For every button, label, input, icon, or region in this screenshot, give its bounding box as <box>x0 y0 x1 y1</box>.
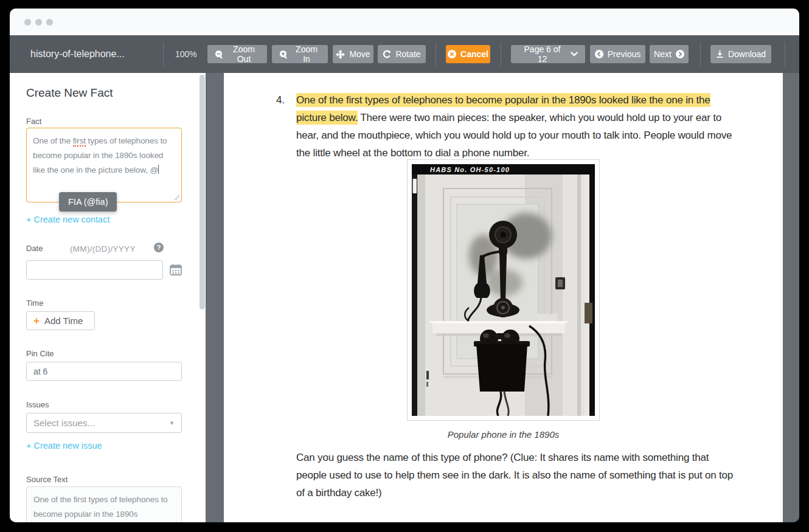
viewer-toolbar: history-of-telephone... 100% Zoom Out Zo… <box>10 35 799 73</box>
select-arrow-icon: ▼ <box>169 420 175 426</box>
photo-caption: Popular phone in the 1890s <box>224 429 783 440</box>
window-control-dot[interactable] <box>46 19 53 26</box>
photo-annotation: HABS No. OH-50-100 <box>430 166 510 173</box>
issues-select[interactable]: Select issues... ▼ <box>26 413 182 433</box>
time-label: Time <box>26 299 43 308</box>
text-cursor <box>158 165 159 174</box>
circle-arrow-left-icon <box>595 50 603 58</box>
create-new-issue-link[interactable]: + Create new issue <box>26 441 102 451</box>
zoom-level: 100% <box>175 49 197 59</box>
date-format-hint: (MM)/(DD)/YYYY <box>70 244 136 254</box>
source-text-area[interactable]: One of the first types of telephones to … <box>26 486 182 522</box>
window-control-dot[interactable] <box>24 19 31 26</box>
cancel-button[interactable]: Cancel <box>446 45 490 63</box>
window-controls <box>24 19 53 26</box>
closing-paragraph: Can you guess the name of this type of p… <box>296 449 741 502</box>
app-window: history-of-telephone... 100% Zoom Out Zo… <box>10 9 799 522</box>
calendar-icon[interactable] <box>170 264 182 278</box>
circle-arrow-right-icon <box>676 50 684 58</box>
pin-cite-label: Pin Cite <box>26 349 54 358</box>
issues-placeholder: Select issues... <box>33 418 95 428</box>
add-time-button[interactable]: + Add Time <box>26 311 95 330</box>
page-selector-dropdown[interactable]: Page 6 of 12 <box>511 45 585 63</box>
telephone-photo: HABS No. OH-50-100 <box>407 159 600 421</box>
document-title: history-of-telephone... <box>30 49 125 60</box>
help-icon[interactable]: ? <box>154 243 164 252</box>
toolbar-divider <box>436 42 436 66</box>
issues-label: Issues <box>26 400 49 409</box>
toolbar-divider <box>163 42 164 66</box>
fact-label: Fact <box>26 117 41 126</box>
panel-title: Create New Fact <box>26 86 113 100</box>
zoom-out-button[interactable]: Zoom Out <box>207 45 267 63</box>
previous-page-button[interactable]: Previous <box>590 45 645 63</box>
create-new-contact-link[interactable]: + Create new contact <box>26 215 109 224</box>
toolbar-divider <box>785 42 785 66</box>
document-viewer: 4. One of the first types of telephones … <box>206 73 799 522</box>
rotate-button[interactable]: Rotate <box>378 45 426 63</box>
zoom-in-button[interactable]: Zoom In <box>272 45 328 63</box>
move-button[interactable]: Move <box>333 45 373 63</box>
window-control-dot[interactable] <box>35 19 42 26</box>
plus-icon: + <box>33 315 40 327</box>
toolbar-divider <box>501 42 501 66</box>
window-titlebar <box>10 9 799 35</box>
move-arrows-icon <box>336 50 345 59</box>
magnifier-minus-icon <box>215 50 224 59</box>
candlestick-phone-photo-illustration: HABS No. OH-50-100 <box>412 164 595 416</box>
document-page: 4. One of the first types of telephones … <box>224 73 783 522</box>
chevron-down-icon <box>571 52 578 57</box>
date-input[interactable] <box>26 260 163 280</box>
date-label: Date <box>26 244 43 253</box>
sidebar-scrollbar-thumb[interactable] <box>200 75 205 309</box>
source-text-label: Source Text <box>26 475 68 484</box>
circle-x-icon <box>448 50 456 58</box>
paragraph-text: There were two main pieces: the speaker,… <box>296 112 732 159</box>
misspelled-word: first <box>73 136 86 147</box>
magnifier-plus-icon <box>279 50 288 59</box>
pin-cite-input[interactable] <box>26 362 182 381</box>
download-icon <box>716 50 724 58</box>
next-page-button[interactable]: Next <box>650 45 689 63</box>
numbered-paragraph: 4. One of the first types of telephones … <box>296 91 739 162</box>
fact-textarea[interactable]: One of the first types of telephones to … <box>26 128 182 202</box>
create-fact-panel: Create New Fact Fact One of the first ty… <box>10 73 206 522</box>
list-number: 4. <box>276 91 285 109</box>
resize-handle[interactable] <box>174 195 179 200</box>
mention-suggestion[interactable]: FIA (@fia) <box>59 192 117 212</box>
toolbar-divider <box>700 42 701 66</box>
download-button[interactable]: Download <box>710 45 771 63</box>
rotate-icon <box>383 50 391 58</box>
